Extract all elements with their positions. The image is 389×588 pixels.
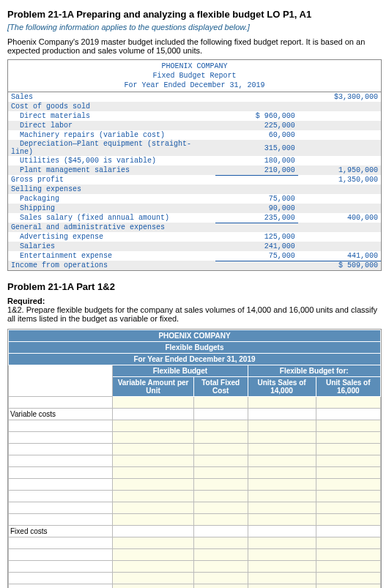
report-row-col1: 315,000 — [215, 140, 298, 156]
report-title: Fixed Budget Report — [8, 71, 381, 81]
flex-cell[interactable] — [316, 561, 380, 573]
report-row-label: Direct labor — [8, 121, 215, 130]
flex-cell[interactable] — [193, 455, 248, 467]
flex-row-label[interactable] — [9, 549, 113, 561]
flex-cell[interactable] — [193, 573, 248, 584]
flex-cell[interactable] — [248, 467, 316, 479]
flex-cell[interactable] — [316, 420, 380, 432]
flex-row-label[interactable] — [9, 514, 113, 526]
report-row-label: General and administrative expenses — [8, 223, 215, 232]
flex-cell[interactable] — [193, 514, 248, 526]
flex-row-label[interactable] — [9, 502, 113, 514]
report-row-col2 — [298, 223, 381, 232]
report-row-col1 — [215, 175, 298, 185]
flex-cell[interactable] — [248, 491, 316, 502]
flex-cell[interactable] — [248, 397, 316, 409]
report-table: Sales$3,300,000Cost of goods sold Direct… — [8, 92, 381, 270]
report-row-col2 — [298, 121, 381, 130]
flex-cell[interactable] — [113, 479, 194, 491]
flex-cell[interactable] — [316, 491, 380, 502]
flex-cell[interactable] — [316, 467, 380, 479]
flex-cell[interactable] — [113, 573, 194, 584]
report-row-col1: 60,000 — [215, 130, 298, 140]
flex-cell[interactable] — [316, 444, 380, 455]
flex-row-label[interactable] — [9, 491, 113, 502]
flex-cell[interactable] — [316, 479, 380, 491]
flex-cell[interactable] — [113, 432, 194, 444]
flex-cell[interactable] — [248, 455, 316, 467]
flex-cell[interactable] — [248, 432, 316, 444]
flex-cell[interactable] — [193, 502, 248, 514]
flex-cell[interactable] — [193, 467, 248, 479]
col-total-fixed: Total Fixed Cost — [193, 377, 248, 397]
flex-title: Flexible Budgets — [9, 342, 381, 354]
flex-cell[interactable] — [316, 573, 380, 584]
report-row-label: Direct materials — [8, 111, 215, 121]
problem-title: Problem 21-1A Preparing and analyzing a … — [7, 9, 382, 20]
flex-row-label[interactable] — [9, 537, 113, 549]
flex-cell[interactable] — [316, 537, 380, 549]
flex-row-label[interactable] — [9, 467, 113, 479]
flex-cell[interactable] — [316, 549, 380, 561]
flex-cell[interactable] — [113, 561, 194, 573]
flex-row-label[interactable] — [9, 584, 113, 589]
flex-row-label[interactable] — [9, 444, 113, 455]
flex-cell[interactable] — [248, 584, 316, 589]
flex-cell[interactable] — [316, 455, 380, 467]
flex-cell[interactable] — [193, 432, 248, 444]
flex-cell[interactable] — [193, 584, 248, 589]
report-row-label: Salaries — [8, 242, 215, 251]
flex-period: For Year Ended December 31, 2019 — [9, 354, 381, 365]
report-row-col1: 75,000 — [215, 251, 298, 261]
report-row-col2 — [298, 130, 381, 140]
flex-cell[interactable] — [113, 549, 194, 561]
flex-cell[interactable] — [113, 502, 194, 514]
flex-cell[interactable] — [113, 467, 194, 479]
flex-cell[interactable] — [193, 479, 248, 491]
flex-row-label[interactable] — [9, 573, 113, 584]
flex-cell[interactable] — [316, 502, 380, 514]
flex-cell[interactable] — [193, 397, 248, 409]
flex-cell[interactable] — [113, 514, 194, 526]
flex-cell[interactable] — [248, 502, 316, 514]
flex-cell[interactable] — [316, 432, 380, 444]
flex-cell[interactable] — [248, 420, 316, 432]
report-row-col2 — [298, 156, 381, 165]
flex-cell[interactable] — [113, 491, 194, 502]
flex-cell[interactable] — [193, 549, 248, 561]
flex-cell[interactable] — [113, 397, 194, 409]
flexible-budget-table: PHOENIX COMPANY Flexible Budgets For Yea… — [8, 330, 381, 588]
flex-cell[interactable] — [248, 479, 316, 491]
report-row-col1 — [215, 102, 298, 111]
flex-cell[interactable] — [248, 549, 316, 561]
flex-cell[interactable] — [193, 561, 248, 573]
flex-row-label[interactable] — [9, 432, 113, 444]
flex-row-label[interactable] — [9, 561, 113, 573]
flex-cell[interactable] — [193, 420, 248, 432]
flex-cell[interactable] — [193, 491, 248, 502]
report-row-label: Selling expenses — [8, 185, 215, 194]
flex-cell[interactable] — [113, 420, 194, 432]
flex-cell[interactable] — [248, 573, 316, 584]
flex-row-label[interactable] — [9, 397, 113, 409]
report-row-col1 — [215, 92, 298, 102]
flex-cell[interactable] — [248, 444, 316, 455]
flex-cell[interactable] — [113, 537, 194, 549]
flex-cell[interactable] — [248, 514, 316, 526]
flex-row-label[interactable] — [9, 455, 113, 467]
flex-row-label[interactable] — [9, 479, 113, 491]
report-row-col1: 75,000 — [215, 194, 298, 204]
flex-cell[interactable] — [248, 537, 316, 549]
flex-cell[interactable] — [316, 584, 380, 589]
flex-cell[interactable] — [113, 455, 194, 467]
flex-cell[interactable] — [248, 561, 316, 573]
flex-cell[interactable] — [113, 444, 194, 455]
flex-cell[interactable] — [316, 514, 380, 526]
flex-cell[interactable] — [316, 397, 380, 409]
flex-cell[interactable] — [193, 444, 248, 455]
flex-cell[interactable] — [193, 537, 248, 549]
flex-row-label[interactable] — [9, 420, 113, 432]
col-units-14000: Units Sales of 14,000 — [248, 377, 316, 397]
flex-cell[interactable] — [113, 584, 194, 589]
report-row-col2 — [298, 140, 381, 156]
